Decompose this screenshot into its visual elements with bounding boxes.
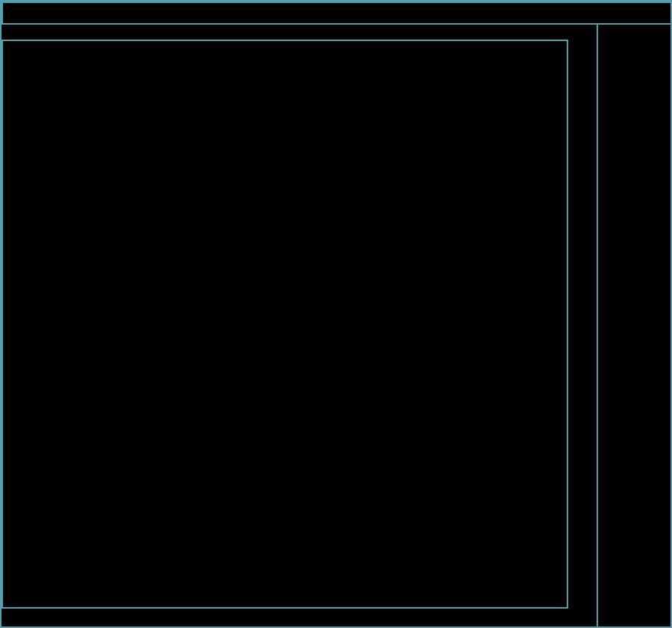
colorscale-legend-panel (597, 25, 672, 628)
bottom-distance-axis (1, 609, 597, 628)
right-distance-axis (569, 40, 597, 608)
info-bar (1, 25, 597, 40)
title-bar (1, 1, 672, 25)
radar-app-window (0, 0, 672, 628)
map-overlay-layer (3, 41, 567, 607)
radar-map-viewport[interactable] (1, 40, 568, 609)
